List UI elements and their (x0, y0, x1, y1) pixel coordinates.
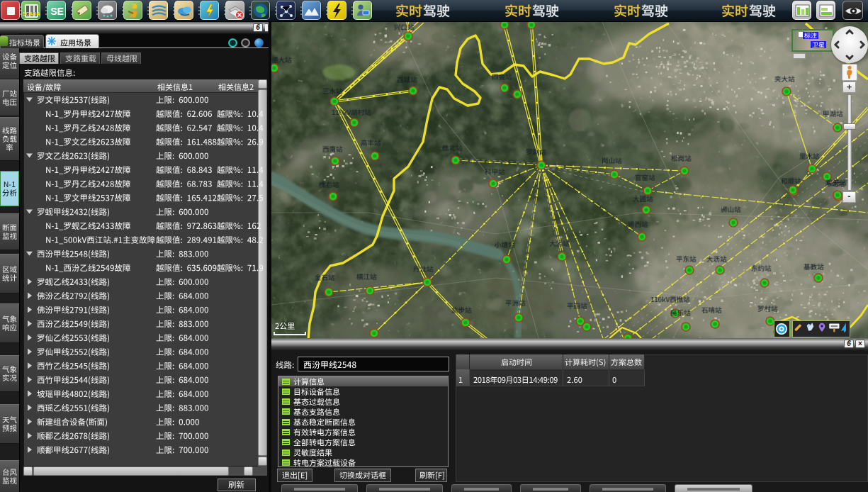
svg-text:SCADA: SCADA (23, 11, 40, 16)
svg-text:SE: SE (50, 6, 64, 17)
